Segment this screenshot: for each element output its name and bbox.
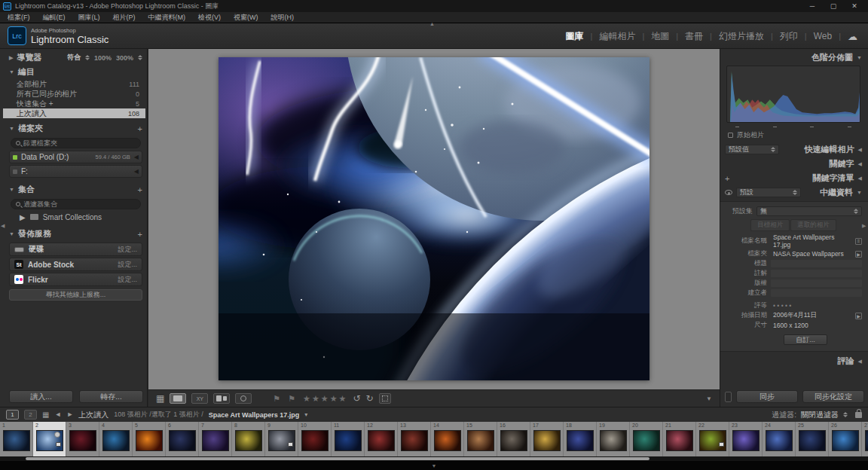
collection-filter-input[interactable]: 過濾器集合 [11, 199, 141, 209]
module-web[interactable]: Web [814, 31, 832, 41]
publish-adobe-stock[interactable]: St Adobe Stock 設定... [9, 258, 142, 271]
top-panel-collapse-icon[interactable]: ▲ [429, 21, 435, 26]
filmstrip-thumbnail[interactable]: 8 [232, 422, 265, 456]
menu-file[interactable]: 檔案(F) [8, 13, 30, 23]
metadata-header[interactable]: 預設 中繼資料 ▼ [725, 185, 862, 200]
filmstrip-thumbnail[interactable]: 17 [530, 422, 564, 456]
tab-target-photo[interactable]: 目標相片 [750, 219, 790, 231]
navigator-header[interactable]: ▶ 導覽器 符合 100% 300% [9, 50, 142, 65]
rotate-right-icon[interactable]: ↻ [365, 394, 373, 403]
field-value[interactable] [771, 260, 862, 267]
filmstrip-thumbnail[interactable]: 16 [497, 422, 530, 456]
filmstrip-thumbnail[interactable]: 21 [663, 422, 696, 456]
thumbnail-image[interactable] [434, 430, 461, 451]
filmstrip-thumbnail[interactable]: 25 [796, 422, 829, 456]
close-button[interactable]: ✕ [844, 0, 865, 12]
zoom-100[interactable]: 100% [94, 54, 112, 62]
histogram[interactable] [726, 66, 860, 123]
rotate-left-icon[interactable]: ↺ [353, 394, 360, 403]
folder-filter-input[interactable]: 篩選檔案夾 [11, 138, 141, 148]
thumbnail-image[interactable] [533, 430, 561, 451]
thumbnail-image[interactable] [865, 430, 868, 451]
filmstrip-source-menu-icon[interactable]: ▾ [304, 412, 307, 418]
rating-dots[interactable]: • • • • • [771, 302, 862, 310]
expand-left-icon[interactable]: ◀ [134, 168, 139, 175]
filmstrip-thumbnail[interactable]: 18 [564, 422, 597, 456]
back-icon[interactable]: ◄ [54, 411, 61, 418]
publish-hard-drive[interactable]: 硬碟 設定... [9, 243, 142, 256]
menu-help[interactable]: 說明(H) [271, 13, 295, 23]
catalog-synced-photos[interactable]: 所有已同步的相片 0 [9, 89, 142, 99]
toolbar-options-icon[interactable]: ▼ [706, 395, 712, 402]
sync-settings-button[interactable]: 同步化設定 [802, 390, 864, 403]
thumbnail-image[interactable] [69, 430, 96, 451]
menu-window[interactable]: 視窗(W) [234, 13, 258, 23]
scrollbar-thumb[interactable] [26, 457, 649, 460]
module-map[interactable]: 地圖 [651, 30, 669, 43]
forward-icon[interactable]: ► [66, 411, 73, 418]
thumbnail-image[interactable] [666, 430, 693, 451]
filmstrip-thumbnail[interactable]: 4 [99, 422, 133, 456]
filmstrip-thumbnail[interactable]: 14 [431, 422, 464, 456]
people-view-icon[interactable] [235, 393, 252, 404]
thumbnail-image[interactable] [301, 430, 329, 451]
module-develop[interactable]: 編輯相片 [599, 30, 635, 43]
main-window-button[interactable]: 1 [6, 410, 19, 420]
maximize-button[interactable]: ▢ [823, 0, 844, 12]
field-value[interactable] [771, 279, 862, 287]
publish-services-header[interactable]: ▼ 發佈服務 + [9, 227, 142, 241]
thumbnail-image[interactable] [368, 430, 395, 451]
updown-icon[interactable] [843, 412, 848, 417]
thumbnail-image[interactable] [766, 430, 793, 451]
thumbnail-image[interactable] [136, 430, 163, 451]
quick-develop-header[interactable]: 預設值 快速編輯相片 ◀ [725, 142, 862, 157]
drive-f[interactable]: F: ◀ [9, 165, 142, 178]
filename-action-icon[interactable]: ≡ [855, 238, 862, 245]
flag-reject-icon[interactable]: ⚑ [288, 394, 298, 404]
find-more-services-button[interactable]: 尋找其他線上服務... [9, 289, 142, 301]
filmstrip-thumbnail[interactable]: 7 [199, 422, 232, 456]
cloud-sync-icon[interactable]: ☁ [848, 31, 857, 42]
module-library[interactable]: 圖庫 [566, 30, 584, 43]
module-slideshow[interactable]: 幻燈片播放 [719, 30, 764, 43]
field-value[interactable]: NASA Space Wallpapers [771, 250, 851, 258]
field-value[interactable]: 2006年4月11日 [771, 311, 851, 320]
filmstrip-thumbnail[interactable]: 5 [133, 422, 166, 456]
star-rating[interactable]: ★★★★★ [303, 394, 347, 404]
thumbnail-image[interactable] [3, 430, 30, 451]
add-collection-icon[interactable]: + [138, 185, 142, 194]
publish-flickr[interactable]: Flickr 設定... [9, 273, 142, 286]
filmstrip-thumbnail[interactable]: 11 [332, 422, 365, 456]
filter-lock-icon[interactable] [855, 412, 862, 418]
filmstrip-thumbnail[interactable]: 6 [166, 422, 199, 456]
survey-view-icon[interactable] [213, 393, 230, 404]
field-value[interactable] [771, 289, 862, 297]
folders-header[interactable]: ▼ 檔案夾 + [9, 121, 142, 136]
catalog-previous-import[interactable]: 上次讀入 108 [3, 108, 145, 118]
filmstrip-thumbnail[interactable]: 23 [729, 422, 763, 456]
filmstrip-thumbnail[interactable]: 13 [398, 422, 431, 456]
sync-button[interactable]: 同步 [736, 390, 798, 403]
publish-setup-link[interactable]: 設定... [118, 260, 137, 270]
filter-dropdown[interactable]: 關閉過濾器 [801, 410, 839, 420]
grid-view-shortcut-icon[interactable]: ▦ [42, 411, 49, 419]
thumbnail-image[interactable] [799, 430, 826, 451]
updown-icon[interactable] [85, 55, 90, 60]
filmstrip-thumbnail[interactable]: 24 [763, 422, 796, 456]
navigate-overlay-icon[interactable] [379, 393, 391, 404]
field-value[interactable]: Space Art Wallpapers 17.jpg [771, 233, 851, 249]
thumbnail-image[interactable] [500, 430, 527, 451]
eye-icon[interactable] [725, 190, 732, 195]
collections-header[interactable]: ▼ 集合 + [9, 182, 142, 197]
thumbnail-image[interactable] [202, 430, 229, 451]
thumbnail-image[interactable] [268, 430, 295, 451]
filmstrip-filename[interactable]: Space Art Wallpapers 17.jpg [209, 411, 299, 419]
keyword-list-header[interactable]: + 關鍵字清單 ◀ [725, 171, 862, 185]
thumbnail-image[interactable] [699, 430, 726, 451]
zoom-300[interactable]: 300% [116, 54, 133, 62]
add-keyword-icon[interactable]: + [725, 174, 729, 183]
thumbnail-image[interactable] [832, 430, 859, 451]
filmstrip-thumbnail[interactable]: 9 [265, 422, 298, 456]
customize-metadata-button[interactable]: 自訂... [784, 334, 827, 345]
original-photo-row[interactable]: 原始相片 [725, 130, 862, 140]
